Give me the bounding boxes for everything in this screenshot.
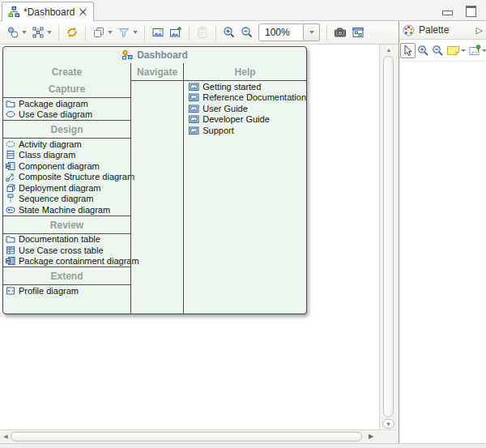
profile-diagram-icon [6, 286, 15, 296]
help-item-user-guide[interactable]: User Guide [184, 103, 306, 114]
toolbar-separator [58, 25, 59, 41]
dashboard-item-package-containment-diagram[interactable]: Package containment diagram [3, 256, 130, 267]
tab-close-icon[interactable] [79, 7, 87, 16]
dashboard-title-text: Dashboard [137, 49, 188, 61]
note-tool-button[interactable] [446, 44, 467, 57]
dashboard-panel-title: Dashboard [3, 47, 306, 63]
dropdown-arrow-icon [309, 31, 314, 34]
zoom-level-dropdown-button[interactable] [304, 23, 320, 41]
select-tool-button[interactable] [400, 43, 416, 58]
scroll-up-icon[interactable]: ▲ [380, 45, 398, 55]
palette-pin-arrow-icon[interactable]: ▷ [476, 25, 483, 36]
vertical-scrollbar-thumb[interactable] [383, 56, 394, 417]
dashboard-columns: Create Capture Package diagram Use Case … [3, 63, 306, 314]
scroll-right-icon[interactable]: ▶ [366, 432, 376, 442]
help-document-icon [189, 104, 199, 113]
deployment-diagram-icon [6, 183, 15, 193]
dashboard-item-activity-diagram[interactable]: Activity diagram [3, 139, 130, 150]
window-bottom-trim [0, 443, 486, 448]
horizontal-scrollbar-thumb[interactable] [11, 432, 362, 442]
dashboard-icon [122, 49, 133, 61]
dashboard-item-deployment-diagram[interactable]: Deployment diagram [3, 182, 130, 194]
dashboard-item-use-case-cross-table[interactable]: Use Case cross table [3, 245, 130, 256]
palette-zoom-in-button[interactable] [416, 44, 430, 58]
palette-zoom-out-button[interactable] [431, 44, 445, 58]
dashboard-tab-icon [8, 6, 19, 17]
dashboard-column-create: Create Capture Package diagram Use Case … [3, 63, 130, 314]
copy-icon [92, 26, 105, 39]
palette-header[interactable]: Palette ▷ [399, 21, 486, 40]
help-item-support[interactable]: Support [184, 125, 306, 136]
dashboard-column-help: Help Getting started Reference Documenta… [184, 63, 306, 314]
select-cursor-icon [403, 45, 413, 57]
maximize-view-icon[interactable] [466, 6, 476, 17]
help-item-developer-guide[interactable]: Developer Guide [184, 114, 306, 126]
toolbar-separator [326, 25, 327, 41]
vertical-scrollbar[interactable]: ▲ ▼ [379, 45, 397, 429]
zoom-out-button[interactable] [238, 23, 256, 42]
zoom-in-button[interactable] [220, 23, 238, 42]
dashboard-item-component-diagram[interactable]: Component diagram [3, 160, 130, 172]
help-document-icon [189, 92, 199, 102]
dashboard-item-sequence-diagram[interactable]: Sequence diagram [3, 194, 130, 205]
navigate-column-title: Navigate [131, 63, 183, 80]
synchronize-button[interactable] [63, 23, 81, 42]
dropdown-arrow-icon [22, 31, 27, 34]
paste-button [194, 23, 211, 42]
dashboard-item-use-case-diagram[interactable]: Use Case diagram [3, 109, 130, 121]
design-section-title: Design [3, 121, 130, 138]
diagram-canvas[interactable]: Dashboard Create Capture Package diagram… [0, 45, 379, 429]
dashboard-column-navigate: Navigate [130, 63, 184, 314]
dropdown-arrow-icon [461, 49, 466, 52]
zoom-in-icon [417, 45, 429, 57]
dashboard-item-composite-structure-diagram[interactable]: Composite Structure diagram [3, 172, 130, 183]
create-column-title: Create [3, 63, 130, 80]
paste-clipboard-icon [196, 26, 209, 39]
show-related-elements-button[interactable] [4, 23, 29, 42]
use-case-diagram-icon [6, 109, 15, 119]
state-machine-diagram-icon [6, 205, 15, 215]
toolbar-separator [189, 25, 190, 41]
help-item-getting-started[interactable]: Getting started [184, 81, 306, 92]
palette-title: Palette [419, 24, 472, 36]
diagram-properties-button[interactable] [349, 23, 367, 42]
zoom-level-value[interactable]: 100% [258, 23, 304, 41]
dropdown-arrow-icon [482, 49, 486, 52]
package-containment-diagram-icon [6, 256, 15, 266]
layout-button[interactable] [29, 23, 54, 42]
zoom-level-combo: 100% [258, 23, 320, 41]
help-item-reference-documentation[interactable]: Reference Documentation [184, 92, 306, 104]
horizontal-scrollbar[interactable]: ◀ ▶ [0, 429, 397, 443]
dashboard-item-profile-diagram[interactable]: Profile diagram [3, 285, 130, 297]
dropdown-arrow-icon [133, 31, 138, 34]
dashboard-item-class-diagram[interactable]: Class diagram [3, 150, 130, 161]
attached-image-tool-button[interactable] [467, 43, 486, 58]
tab-label: *Dashboard [23, 6, 75, 18]
tab-dashboard[interactable]: *Dashboard [2, 2, 94, 21]
scroll-left-icon[interactable]: ◀ [2, 432, 10, 442]
help-document-icon [189, 82, 199, 92]
diagram-toolbar: 100% [0, 21, 399, 45]
activity-diagram-icon [6, 139, 15, 149]
dashboard-item-package-diagram[interactable]: Package diagram [3, 98, 130, 109]
dropdown-arrow-icon [47, 31, 52, 34]
snapshot-button[interactable] [331, 23, 349, 42]
filter-button[interactable] [115, 23, 140, 42]
documentation-table-icon [6, 234, 15, 244]
dashboard-item-state-machine-diagram[interactable]: State Machine diagram [3, 204, 130, 215]
review-section-title: Review [3, 216, 130, 233]
minimize-view-icon[interactable] [442, 11, 453, 15]
add-image-button[interactable] [167, 23, 185, 42]
save-image-button[interactable] [149, 23, 167, 42]
copy-appearance-button[interactable] [90, 23, 115, 42]
layout-graph-icon [32, 26, 45, 39]
dashboard-item-documentation-table[interactable]: Documentation table [3, 234, 130, 245]
palette-icon [403, 24, 415, 36]
help-document-icon [189, 126, 199, 135]
zoom-in-icon [223, 26, 236, 39]
related-elements-icon [6, 26, 19, 39]
section-divider [131, 80, 183, 81]
image-icon [151, 26, 164, 39]
help-column-title: Help [184, 63, 306, 80]
scroll-down-icon[interactable]: ▼ [382, 419, 394, 429]
